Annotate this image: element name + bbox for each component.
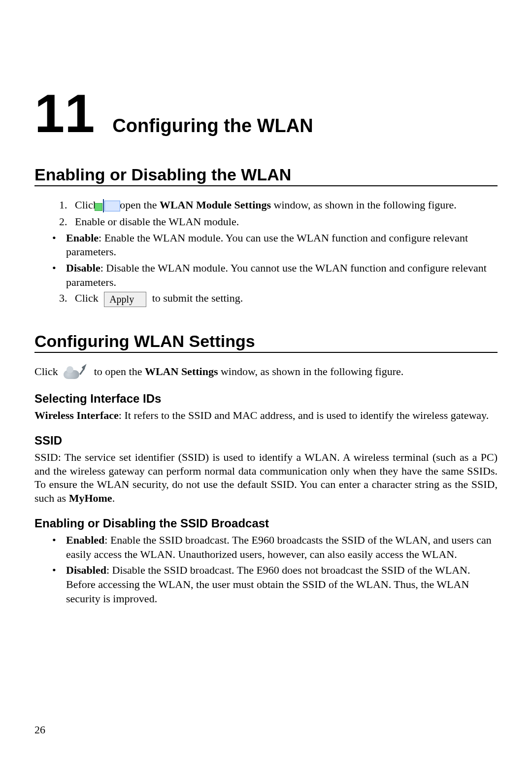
step-3: Click Apply to submit the setting. <box>70 291 498 307</box>
paragraph: SSID: The service set identifier (SSID) … <box>34 450 498 505</box>
bullet-text: : Enable the WLAN module. You can use th… <box>66 232 468 258</box>
paragraph: Wireless Interface: It refers to the SSI… <box>34 409 498 422</box>
bullet-text: : Disable the SSID broadcast. The E960 d… <box>66 564 470 604</box>
subheading-ssid: SSID <box>34 434 498 448</box>
step-text: Enable or disable the WLAN module. <box>75 215 239 228</box>
section-heading-enable-disable-wlan: Enabling or Disabling the WLAN <box>34 165 498 186</box>
bold-term: Disabled <box>66 564 106 576</box>
subheading-selecting-interface-ids: Selecting Interface IDs <box>34 392 498 406</box>
step-1: Click to open the WLAN Module Settings w… <box>70 198 498 213</box>
bullet-disable: Disable: Disable the WLAN module. You ca… <box>52 261 498 289</box>
bold-term: Enable <box>66 232 99 244</box>
paragraph-text: . <box>112 492 115 504</box>
steps-list: Click to open the WLAN Module Settings w… <box>34 198 498 229</box>
bold-term: WLAN Module Settings <box>160 199 271 211</box>
bullet-enabled: Enabled: Enable the SSID broadcast. The … <box>52 533 498 561</box>
paragraph-text: to open the <box>94 365 145 378</box>
steps-list-continued: Click Apply to submit the setting. <box>34 291 498 307</box>
paragraph-text: window, as shown in the following figure… <box>218 365 403 378</box>
apply-button-graphic: Apply <box>104 292 146 307</box>
bullet-text: : Disable the WLAN module. You cannot us… <box>66 262 487 288</box>
subheading-ssid-broadcast: Enabling or Disabling the SSID Broadcast <box>34 517 498 530</box>
document-page: 11 Configuring the WLAN Enabling or Disa… <box>0 0 532 759</box>
bold-term: Wireless Interface <box>34 409 119 421</box>
chapter-number: 11 <box>34 86 95 140</box>
step-text: Click <box>75 292 99 304</box>
bullet-list-ssid-broadcast: Enabled: Enable the SSID broadcast. The … <box>34 533 498 606</box>
paragraph-text: : It refers to the SSID and MAC address,… <box>119 409 489 421</box>
chapter-title: Configuring the WLAN <box>112 115 313 137</box>
wlan-settings-icon <box>64 365 88 380</box>
intro-paragraph: Click to open the WLAN Settings window, … <box>34 365 498 380</box>
bullet-text: : Enable the SSID broadcast. The E960 br… <box>66 534 492 560</box>
bold-term: Enabled <box>66 534 104 546</box>
wlan-module-icon <box>103 199 104 213</box>
page-number: 26 <box>34 724 45 736</box>
bold-term: WLAN Settings <box>145 365 218 378</box>
bullet-disabled: Disabled: Disable the SSID broadcast. Th… <box>52 563 498 606</box>
bullet-list: Enable: Enable the WLAN module. You can … <box>34 231 498 289</box>
step-2: Enable or disable the WLAN module. <box>70 215 498 229</box>
bullet-enable: Enable: Enable the WLAN module. You can … <box>52 231 498 259</box>
chapter-heading: 11 Configuring the WLAN <box>34 86 498 140</box>
paragraph-text: Click <box>34 365 58 378</box>
step-text: window, as shown in the following figure… <box>271 199 457 211</box>
bold-term: MyHome <box>69 492 112 504</box>
section-heading-configuring-wlan-settings: Configuring WLAN Settings <box>34 332 498 353</box>
bold-term: Disable <box>66 262 100 274</box>
step-text: to submit the setting. <box>152 292 243 304</box>
